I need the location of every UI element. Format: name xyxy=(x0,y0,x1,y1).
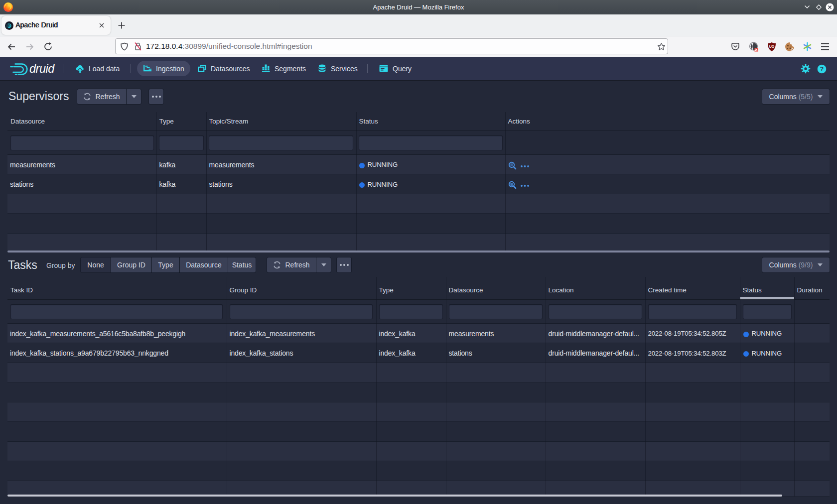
svg-text:?: ? xyxy=(820,66,824,73)
svg-text:UO: UO xyxy=(769,45,775,48)
